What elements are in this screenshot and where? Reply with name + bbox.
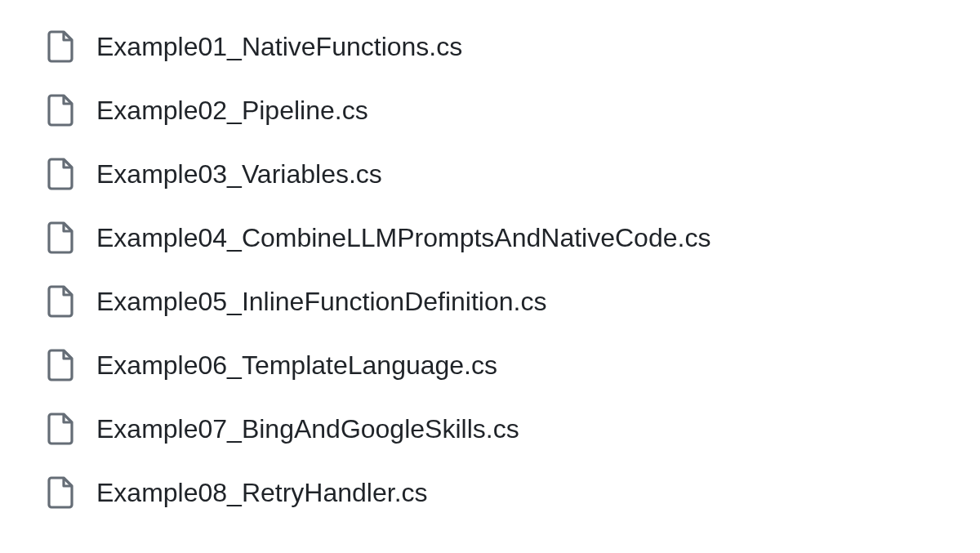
file-name-label: Example03_Variables.cs bbox=[96, 158, 382, 190]
file-icon bbox=[47, 221, 74, 254]
file-icon bbox=[47, 30, 74, 63]
file-row[interactable]: Example02_Pipeline.cs bbox=[0, 78, 980, 142]
file-icon bbox=[47, 285, 74, 318]
file-name-label: Example01_NativeFunctions.cs bbox=[96, 30, 462, 63]
file-icon bbox=[47, 413, 74, 445]
file-icon bbox=[47, 349, 74, 381]
file-name-label: Example06_TemplateLanguage.cs bbox=[96, 349, 497, 381]
file-row[interactable]: Example01_NativeFunctions.cs bbox=[0, 15, 980, 78]
file-icon bbox=[47, 158, 74, 190]
file-list: Example01_NativeFunctions.cs Example02_P… bbox=[0, 15, 980, 524]
file-name-label: Example02_Pipeline.cs bbox=[96, 94, 368, 127]
file-name-label: Example08_RetryHandler.cs bbox=[96, 476, 428, 509]
file-row[interactable]: Example04_CombineLLMPromptsAndNativeCode… bbox=[0, 206, 980, 270]
file-name-label: Example07_BingAndGoogleSkills.cs bbox=[96, 413, 519, 445]
file-name-label: Example04_CombineLLMPromptsAndNativeCode… bbox=[96, 221, 710, 254]
file-row[interactable]: Example05_InlineFunctionDefinition.cs bbox=[0, 270, 980, 333]
file-name-label: Example05_InlineFunctionDefinition.cs bbox=[96, 285, 546, 318]
file-icon bbox=[47, 476, 74, 509]
file-icon bbox=[47, 94, 74, 127]
file-row[interactable]: Example03_Variables.cs bbox=[0, 142, 980, 206]
file-row[interactable]: Example06_TemplateLanguage.cs bbox=[0, 333, 980, 397]
file-row[interactable]: Example07_BingAndGoogleSkills.cs bbox=[0, 397, 980, 461]
file-row[interactable]: Example08_RetryHandler.cs bbox=[0, 461, 980, 524]
